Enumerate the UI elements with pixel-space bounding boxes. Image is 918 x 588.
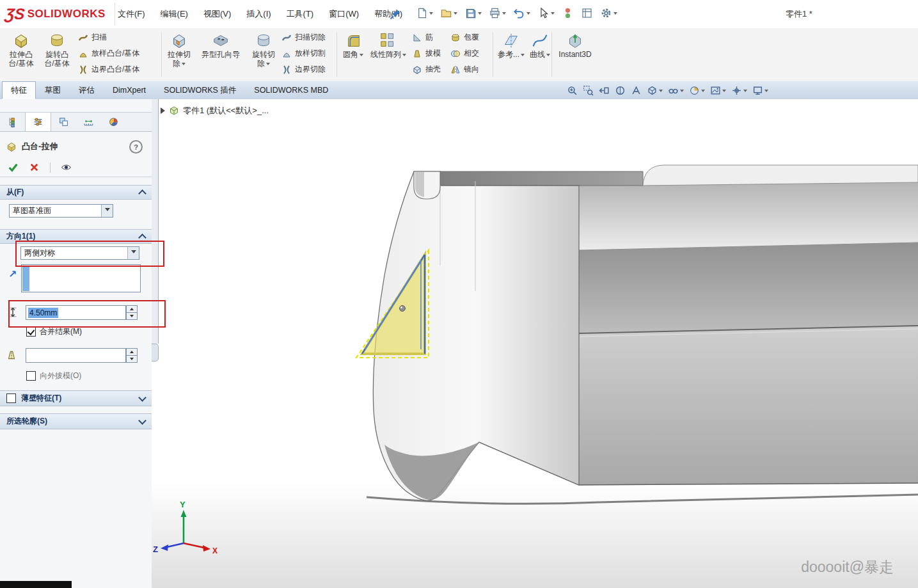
label: 抽壳 (425, 65, 441, 74)
flyout-arrow-icon[interactable] (161, 107, 165, 114)
tab-features[interactable]: 特征 (2, 81, 36, 99)
draft-angle-input[interactable] (26, 348, 126, 363)
intersect-button[interactable]: 相交 (449, 45, 490, 61)
tab-evaluate[interactable]: 评估 (70, 81, 104, 99)
depth-input[interactable]: 4.50mm (26, 305, 126, 320)
revolve-boss-button[interactable]: 旋转凸 台/基体 (40, 31, 74, 78)
reverse-direction-arrow-icon[interactable]: ↗ (8, 268, 17, 280)
shell-button[interactable]: 抽壳 (411, 61, 447, 77)
label: 曲线 (530, 51, 545, 60)
wrap-button[interactable]: 包覆 (449, 29, 490, 45)
hole-wizard-button[interactable]: 异型孔向导 (196, 31, 246, 78)
swept-cut-button[interactable]: 扫描切除 (280, 29, 335, 45)
displaymanager-tab[interactable] (101, 113, 126, 131)
spinner-down-icon[interactable] (126, 356, 138, 363)
propertymanager-tab[interactable] (25, 113, 51, 131)
extruded-cut-button[interactable]: 拉伸切 除 (164, 31, 194, 78)
feature-tree-flyout[interactable]: 零件1 (默认<<默认>_... (161, 105, 269, 116)
from-plane-select[interactable]: 草图基准面 (9, 204, 113, 218)
reference-geometry-button[interactable]: 参考... (496, 31, 526, 78)
zoom-fit-icon[interactable] (567, 85, 578, 96)
edit-appearance-icon[interactable] (689, 85, 705, 96)
model-top-notch (414, 171, 440, 199)
section-direction1-label: 方向1(1) (6, 231, 35, 242)
menu-view[interactable]: 视图(V) (196, 0, 239, 28)
spinner-up-icon[interactable] (126, 305, 138, 313)
draft-outward-checkbox[interactable] (26, 371, 36, 381)
section-from[interactable]: 从(F) (0, 185, 152, 200)
thin-feature-checkbox[interactable] (6, 393, 16, 403)
tab-solidworks-addins[interactable]: SOLIDWORKS 插件 (155, 81, 245, 99)
draft-angle-spinner[interactable] (126, 348, 138, 363)
tab-solidworks-mbd[interactable]: SOLIDWORKS MBD (245, 81, 337, 99)
featuremanager-tree-tab[interactable] (0, 113, 25, 131)
tab-dimxpert[interactable]: DimXpert (104, 81, 155, 99)
rib-button[interactable]: 筋 (411, 29, 447, 45)
hide-show-items-icon[interactable] (668, 85, 684, 96)
rebuild-button[interactable] (560, 6, 575, 20)
draft-outward-checkbox-row[interactable]: 向外拔模(O) (26, 370, 81, 381)
extrude-boss-button[interactable]: 拉伸凸 台/基体 (4, 31, 38, 78)
open-button[interactable] (439, 6, 459, 20)
label: 台/基体 (44, 60, 69, 68)
new-document-button[interactable] (415, 6, 434, 20)
section-view-icon[interactable] (615, 85, 626, 96)
print-button[interactable] (487, 6, 507, 20)
select-button[interactable] (536, 6, 556, 20)
zoom-area-icon[interactable] (583, 85, 594, 96)
view-settings-monitor-icon[interactable] (752, 85, 768, 96)
configurationmanager-tab[interactable] (51, 113, 76, 131)
spinner-down-icon[interactable] (126, 313, 138, 320)
label: 镜向 (464, 65, 479, 74)
help-button[interactable]: ? (129, 140, 143, 154)
menu-pin-icon[interactable] (389, 8, 402, 20)
end-condition-select[interactable]: 两侧对称 (20, 246, 139, 260)
lofted-cut-button[interactable]: 放样切割 (280, 45, 335, 61)
merge-result-checkbox[interactable] (26, 327, 36, 337)
draft-icon (412, 49, 422, 59)
menu-file[interactable]: 文件(F) (110, 0, 153, 28)
dimxpertmanager-tab[interactable] (76, 113, 101, 131)
merge-result-checkbox-row[interactable]: 合并结果(M) (26, 326, 82, 337)
annotation-view-icon[interactable] (631, 85, 642, 96)
section-direction1[interactable]: 方向1(1) (0, 229, 152, 244)
preview-eye-button[interactable] (61, 162, 72, 173)
mirror-button[interactable]: 镜向 (449, 61, 490, 77)
splitter-handle[interactable] (152, 344, 159, 362)
view-orientation-icon[interactable] (731, 85, 747, 96)
dropdown-arrow[interactable] (127, 247, 139, 259)
direction-reference-box[interactable] (21, 264, 141, 292)
depth-spinner[interactable] (126, 305, 138, 320)
menu-window[interactable]: 窗口(W) (321, 0, 367, 28)
ok-button[interactable] (8, 162, 19, 173)
tab-sketch[interactable]: 草图 (36, 81, 70, 99)
graphics-area[interactable]: Y Z X 零件1 (默认<<默认>_... dooooit@暴走 (152, 99, 918, 588)
cancel-button[interactable] (29, 162, 40, 173)
save-button[interactable] (463, 6, 483, 20)
options-button[interactable] (599, 6, 619, 20)
lofted-boss-button[interactable]: 放样凸台/基体 (77, 45, 160, 61)
apply-scene-icon[interactable] (710, 85, 726, 96)
section-selected-contours[interactable]: 所选轮廓(S) (0, 413, 152, 429)
spinner-up-icon[interactable] (126, 348, 138, 356)
menu-tools[interactable]: 工具(T) (279, 0, 322, 28)
undo-button[interactable] (512, 6, 532, 20)
display-style-icon[interactable] (647, 85, 663, 96)
instant3d-button[interactable]: Instant3D (555, 31, 595, 78)
file-properties-button[interactable] (580, 6, 594, 20)
menu-edit[interactable]: 编辑(E) (153, 0, 196, 28)
menu-insert[interactable]: 插入(I) (239, 0, 278, 28)
dimension-icon (83, 116, 94, 127)
section-thin-feature[interactable]: 薄壁特征(T) (0, 390, 152, 406)
linear-pattern-button[interactable]: 线性阵列 (368, 31, 408, 78)
revolved-cut-button[interactable]: 旋转切 除 (248, 31, 279, 78)
draft-button[interactable]: 拔模 (411, 45, 447, 61)
previous-view-icon[interactable] (599, 85, 610, 96)
panel-splitter[interactable] (152, 99, 159, 344)
boundary-boss-button[interactable]: 边界凸台/基体 (77, 61, 160, 77)
swept-boss-button[interactable]: 扫描 (77, 29, 160, 45)
curves-button[interactable]: 曲线 (527, 31, 553, 78)
fillet-button[interactable]: 圆角 (340, 31, 367, 78)
dropdown-arrow[interactable] (101, 205, 113, 217)
boundary-cut-button[interactable]: 边界切除 (280, 61, 335, 77)
